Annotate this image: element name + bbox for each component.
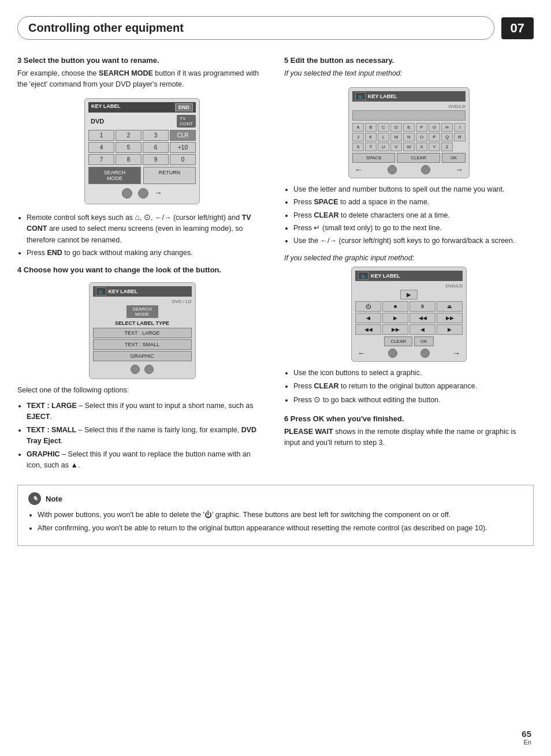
- clear-btn-2: CLEAR: [384, 336, 412, 346]
- graphic-eject: ⏏: [437, 301, 463, 312]
- alpha-empty: [454, 143, 466, 151]
- dvd-ld-label-3: DVD/LD: [355, 283, 463, 289]
- text-small-option: TEXT : SMALL: [93, 339, 192, 350]
- num-btn-1: 1: [88, 130, 114, 141]
- graphic-power: ⏻: [355, 301, 381, 312]
- num-btn-9: 9: [143, 154, 169, 165]
- alpha-T: T: [365, 143, 377, 151]
- num-btn-0: 0: [170, 154, 196, 165]
- step3-body: For example, choose the SEARCH MODE butt…: [17, 68, 267, 90]
- alpha-N: N: [403, 133, 415, 141]
- alpha-L: L: [378, 133, 389, 141]
- ok-btn: OK: [442, 153, 466, 163]
- screen-icon-2: 📺: [355, 92, 366, 100]
- home-circle-4: [388, 349, 397, 358]
- graphic-stop: ■: [382, 301, 408, 312]
- graphic-prev: ◀: [355, 313, 381, 323]
- graphic-option: GRAPHIC: [93, 351, 192, 361]
- alpha-S: S: [352, 143, 364, 151]
- screen-icon: 📺: [96, 287, 106, 295]
- bullet-back: Press ⊙ to go back without editing the b…: [293, 394, 534, 406]
- page-header-box: Controlling other equipment: [17, 16, 494, 40]
- screen-key-label-2: KEY LABEL: [368, 93, 397, 99]
- right-arrow-nav: →: [455, 165, 463, 174]
- graphic-subtitle: If you selected the graphic input method…: [284, 253, 534, 264]
- step4-heading: 4 Choose how you want to change the look…: [17, 265, 267, 274]
- alpha-M: M: [390, 133, 402, 141]
- step6-heading: 6 Press OK when you've finished.: [284, 414, 534, 423]
- step6-body: PLEASE WAIT shows in the remote display …: [284, 426, 534, 448]
- page-lang: En: [524, 739, 531, 746]
- alpha-I: I: [454, 123, 466, 132]
- graphic-step-fwd: ▶: [437, 324, 463, 335]
- num-btn-2: 2: [116, 130, 142, 141]
- page-title: Controlling other equipment: [28, 21, 184, 34]
- bullet-clear: Press CLEAR to delete characters one at …: [293, 210, 534, 221]
- num-btn-3: 3: [143, 130, 169, 141]
- num-btn-8: 8: [116, 154, 142, 165]
- note-icon: ✎: [28, 492, 41, 505]
- key-label-text-screen: 📺 KEY LABEL DVD/LD A B C D E F G H I J K: [348, 87, 470, 178]
- bullet-space: Press SPACE to add a space in the name.: [293, 197, 534, 208]
- back-circle-4: [420, 349, 430, 358]
- back-circle: [138, 188, 148, 199]
- step3-heading: 3 Select the button you want to rename.: [17, 56, 267, 65]
- home-circle-2: [131, 365, 140, 374]
- home-circle-3: [388, 165, 397, 174]
- dvd-ld-label: DVD / LD: [93, 299, 192, 304]
- alpha-C: C: [378, 123, 389, 132]
- alpha-P: P: [429, 133, 440, 141]
- bullet-clear-graphic: Press CLEAR to return to the original bu…: [293, 381, 534, 392]
- dvd-remote-screen: KEY LABEL END DVD TVCONT 1 2 3 CLR 4 5 6…: [84, 98, 200, 204]
- alpha-X: X: [416, 143, 427, 151]
- note-bullet-power: With power buttons, you won't be able to…: [38, 510, 523, 521]
- alpha-J: J: [352, 133, 364, 141]
- page-number-badge: 07: [501, 17, 534, 39]
- alpha-U: U: [378, 143, 389, 151]
- dvd-ld-label-2: DVD/LD: [352, 104, 466, 109]
- left-arrow-nav-2: ←: [358, 349, 366, 358]
- note-box: ✎ Note With power buttons, you won't be …: [17, 485, 534, 546]
- text-large-option: TEXT : LARGE: [93, 328, 192, 338]
- clear-btn: CLEAR: [397, 153, 440, 163]
- note-bullets: With power buttons, you won't be able to…: [38, 510, 523, 534]
- step3-bullets: Remote control soft keys such as ⌂, ⊙, ←…: [27, 211, 267, 259]
- right-arrow-nav-2: →: [452, 349, 460, 358]
- step5-heading: 5 Edit the button as necessary.: [284, 56, 534, 65]
- graphic-rew: ◀◀: [409, 313, 435, 323]
- alpha-W: W: [403, 143, 415, 151]
- search-mode-btn: SEARCHMODE: [88, 167, 141, 184]
- graphic-play-btn: ▶: [400, 290, 418, 300]
- search-mode-highlight: SEARCHMODE: [126, 305, 158, 318]
- alpha-Z: Z: [441, 143, 453, 151]
- note-bullet-confirm: After confirming, you won't be able to r…: [38, 523, 523, 534]
- graphic-input-bullets: Use the icon buttons to select a graphic…: [293, 368, 534, 406]
- alpha-Q: Q: [441, 133, 453, 141]
- graphic-step-back: ◀: [409, 324, 435, 335]
- bullet-soft-keys: Remote control soft keys such as ⌂, ⊙, ←…: [27, 211, 267, 246]
- alpha-H: H: [441, 123, 453, 132]
- select-label-screen: 📺 KEY LABEL DVD / LD SEARCHMODE SELECT L…: [89, 282, 196, 379]
- back-circle-2: [144, 365, 154, 374]
- alpha-K: K: [365, 133, 377, 141]
- option-text-small: TEXT : SMALL – Select this if the name i…: [27, 425, 267, 447]
- num-btn-plus10: +10: [170, 142, 196, 153]
- page-number: 65: [522, 729, 531, 739]
- space-btn: SPACE: [352, 153, 395, 163]
- graphic-rew2: ◀◀: [355, 324, 381, 335]
- alpha-V: V: [390, 143, 402, 151]
- step5-subtitle: If you selected the text input method:: [284, 68, 534, 79]
- clr-btn: CLR: [170, 130, 196, 141]
- tv-cont-btn: TVCONT: [177, 115, 196, 128]
- bullet-letters: Use the letter and number buttons to spe…: [293, 184, 534, 195]
- num-btn-4: 4: [88, 142, 114, 153]
- note-title: Note: [46, 495, 62, 503]
- bullet-icon-buttons: Use the icon buttons to select a graphic…: [293, 368, 534, 379]
- text-input-bullets: Use the letter and number buttons to spe…: [293, 184, 534, 247]
- ok-btn-2: OK: [414, 336, 434, 346]
- alpha-A: A: [352, 123, 364, 132]
- key-label-graphic-screen: 📺 KEY LABEL DVD/LD ▶ ⏻ ■ ⏸ ⏏ ◀ ▶ ◀◀ ▶▶: [351, 267, 467, 362]
- screen-key-label: KEY LABEL: [109, 289, 138, 294]
- graphic-ffw2: ▶▶: [382, 324, 408, 335]
- num-btn-7: 7: [88, 154, 114, 165]
